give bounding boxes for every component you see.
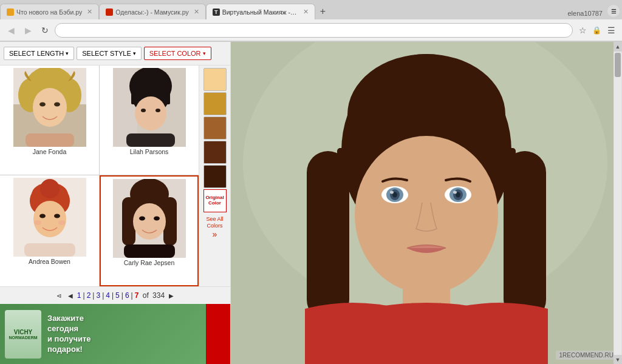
svg-point-27	[39, 214, 46, 218]
hairstyle-image-carly-rae-jepsen	[113, 179, 186, 258]
bookmark-button[interactable]: ☆	[575, 23, 590, 38]
page-link-4[interactable]: 4	[106, 291, 110, 300]
scroll-thumb[interactable]	[615, 53, 621, 77]
svg-rect-62	[305, 309, 548, 364]
svg-rect-40	[124, 244, 175, 258]
person-photo	[231, 42, 622, 364]
svg-rect-8	[26, 133, 74, 147]
page-link-3[interactable]: 3	[96, 291, 100, 300]
first-page-button[interactable]: ⊲	[54, 291, 64, 300]
svg-point-28	[54, 214, 60, 218]
back-button[interactable]: ◀	[4, 23, 18, 38]
hairstyle-image-jane-fonda	[13, 68, 86, 147]
color-swatch-light-blonde[interactable]	[203, 68, 227, 91]
url-input[interactable]: www.taaz.com/virtual-makeover#hairstyle=…	[61, 26, 566, 35]
tab-label: Что нового на Бэби.ру	[16, 8, 82, 16]
hairstyle-grid: Jane Fonda NDER RO...	[0, 66, 199, 286]
ad-red-strip	[206, 304, 230, 364]
selector-bar: SELECT LENGTH SELECT STYLE SELECT COLOR	[0, 42, 230, 66]
hairstyle-image-lilah-parsons: NDER RO...	[113, 68, 186, 147]
forward-button[interactable]: ▶	[21, 23, 35, 38]
ssl-icon: 🔒	[592, 26, 601, 35]
svg-point-59	[453, 191, 457, 194]
hairstyle-name-jane-fonda: Jane Fonda	[33, 147, 66, 157]
color-panel: Original Color See All Colors »	[199, 66, 230, 286]
select-style-button[interactable]: SELECT STYLE	[77, 47, 142, 60]
tab-favicon: T	[213, 8, 220, 16]
page-link-1[interactable]: 1	[77, 291, 81, 300]
page-scrollbar[interactable]: ▲ ▼	[613, 42, 622, 364]
select-length-button[interactable]: SELECT LENGTH	[4, 47, 74, 60]
see-all-colors-label: See All Colors	[199, 216, 230, 229]
color-swatch-darkest-brown[interactable]	[203, 165, 227, 188]
address-bar[interactable]: www.taaz.com/virtual-makeover#hairstyle=…	[55, 23, 573, 38]
hairstyle-name-carly-rae-jepsen: Carly Rae Jepsen	[124, 258, 174, 268]
svg-point-54	[390, 191, 394, 194]
tab-close-btn[interactable]: ✕	[87, 8, 92, 16]
new-tab-button[interactable]: +	[315, 4, 330, 19]
original-color-button[interactable]: Original Color	[203, 189, 227, 212]
left-panel: SELECT LENGTH SELECT STYLE SELECT COLOR	[0, 42, 231, 364]
svg-rect-19	[126, 133, 175, 147]
hairstyle-cell-carly-rae-jepsen[interactable]: Carly Rae Jepsen	[100, 175, 199, 287]
svg-rect-31	[24, 243, 75, 257]
color-swatch-dark-brown[interactable]	[203, 141, 227, 164]
ad-area: Ads VICHY NORMADERM Закажите сегодня и п…	[0, 304, 230, 364]
user-label: elena10787	[562, 10, 607, 19]
prev-page-button[interactable]: ◀	[66, 291, 75, 300]
tab-taaz[interactable]: T Виртуальный Макияж - изм... ✕	[206, 4, 315, 19]
hairstyle-image-andrea-bowen	[13, 178, 86, 257]
menu-button[interactable]: ☰	[604, 23, 618, 38]
hairstyle-name-andrea-bowen: Andrea Bowen	[29, 257, 70, 266]
color-swatch-medium-blonde[interactable]	[203, 92, 227, 115]
page-content: SELECT LENGTH SELECT STYLE SELECT COLOR	[0, 42, 622, 364]
tab-favicon	[7, 8, 14, 16]
svg-point-5	[33, 88, 67, 127]
page-current: 7	[135, 291, 139, 300]
page-total: 334	[152, 291, 165, 300]
svg-point-7	[54, 103, 60, 107]
hairstyle-cell-lilah-parsons[interactable]: NDER RO...	[100, 66, 199, 175]
svg-point-17	[141, 109, 146, 112]
content-area: Jane Fonda NDER RO...	[0, 66, 230, 286]
svg-point-26	[33, 201, 66, 237]
browser-toolbar: ◀ ▶ ↻ www.taaz.com/virtual-makeover#hair…	[0, 19, 622, 41]
color-swatch-light-brown[interactable]	[203, 116, 227, 140]
tab-label: Оделасы:-) - Мамусик.ру	[115, 8, 188, 16]
ad-brand-logo: VICHY NORMADERM	[9, 329, 37, 340]
hairstyle-cell-andrea-bowen[interactable]: Andrea Bowen	[0, 175, 99, 287]
browser-tabs: Что нового на Бэби.ру ✕ Оделасы:-) - Мам…	[0, 0, 622, 19]
tab-close-btn[interactable]: ✕	[303, 8, 309, 16]
user-avatar[interactable]: ☰	[607, 5, 620, 17]
svg-point-18	[156, 109, 160, 112]
svg-point-6	[39, 103, 46, 107]
svg-point-39	[154, 216, 160, 220]
browser-chrome: Что нового на Бэби.ру ✕ Оделасы:-) - Мам…	[0, 0, 622, 42]
refresh-button[interactable]: ↻	[38, 23, 52, 38]
photo-container: 1RECOMMEND.RU	[231, 42, 622, 364]
scroll-track[interactable]	[614, 52, 621, 355]
ad-text[interactable]: Закажите сегодня и получите подарок!	[41, 314, 91, 355]
see-all-colors[interactable]: See All Colors »	[199, 216, 230, 239]
page-link-6[interactable]: 6	[125, 291, 129, 300]
select-color-button[interactable]: SELECT COLOR	[144, 47, 211, 60]
page-link-5[interactable]: 5	[115, 291, 120, 300]
tab-baby[interactable]: Что нового на Бэби.ру ✕	[0, 4, 99, 19]
scroll-down-arrow[interactable]: ▼	[613, 355, 622, 364]
hairstyle-name-lilah-parsons: Lilah Parsons	[130, 147, 169, 157]
watermark: 1RECOMMEND.RU	[556, 351, 617, 360]
page-link-2[interactable]: 2	[87, 291, 91, 300]
hairstyle-cell-jane-fonda[interactable]: Jane Fonda	[0, 66, 99, 175]
tab-close-btn[interactable]: ✕	[194, 8, 199, 16]
svg-point-37	[133, 203, 166, 240]
svg-point-16	[135, 96, 166, 130]
next-page-button[interactable]: ▶	[166, 291, 176, 300]
page-of: of	[140, 291, 151, 300]
tab-mamusik[interactable]: Оделасы:-) - Мамусик.ру ✕	[99, 4, 205, 19]
svg-point-38	[139, 216, 145, 220]
svg-point-25	[40, 179, 60, 198]
ad-product-image: VICHY NORMADERM	[5, 310, 41, 359]
scroll-up-arrow[interactable]: ▲	[613, 42, 622, 52]
tab-label: Виртуальный Макияж - изм...	[222, 8, 298, 16]
svg-point-60	[390, 254, 463, 285]
